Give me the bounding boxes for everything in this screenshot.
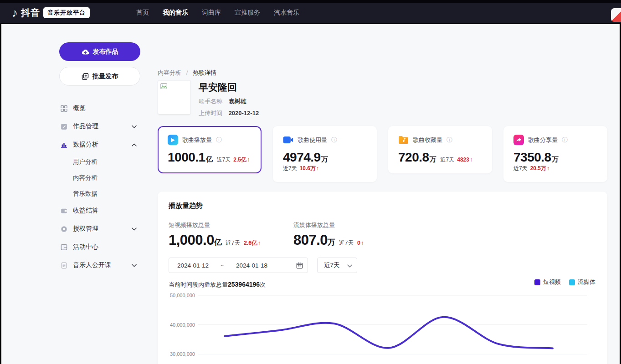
- info-icon[interactable]: ⓘ: [331, 137, 337, 143]
- sidebar-item-license[interactable]: 授权管理: [59, 220, 142, 238]
- legend-item-short-video[interactable]: 短视频: [534, 278, 561, 286]
- y-axis-tick: 30,000,000: [170, 351, 195, 357]
- activity-flag-icon: [60, 243, 68, 251]
- upload-date: 2020-12-12: [229, 110, 259, 116]
- sidebar-item-analytics[interactable]: 数据分析: [59, 136, 142, 154]
- legend-label: 短视频: [543, 278, 561, 286]
- batch-publish-button[interactable]: 批量发布: [59, 67, 140, 86]
- date-range-picker[interactable]: 2024-01-12 ~ 2024-01-18: [169, 258, 308, 273]
- sidebar-subitem-content-analysis[interactable]: 内容分析: [59, 170, 142, 186]
- cloud-upload-icon: [82, 49, 89, 55]
- total-value: 253964196: [228, 281, 260, 288]
- song-meta: 早安隆回 歌手名称 袁树雄 上传时间 2020-12-12: [199, 80, 259, 117]
- broken-image-icon: [160, 83, 167, 91]
- sidebar-item-label: 授权管理: [73, 225, 98, 233]
- sidebar-subitem-user-analysis[interactable]: 用户分析: [59, 154, 142, 170]
- sidebar-item-course[interactable]: 音乐人公开课: [59, 256, 142, 274]
- sidebar-item-activity[interactable]: 活动中心: [59, 238, 142, 256]
- sidebar-menu: 概览 作品管理: [59, 99, 142, 274]
- legend-swatch-short-video: [534, 279, 540, 285]
- stat-unit: 万: [321, 155, 328, 163]
- share-icon: [513, 135, 524, 145]
- date-end[interactable]: 2024-01-18: [236, 262, 267, 269]
- chevron-down-icon: [132, 264, 137, 267]
- nav-item-promotion[interactable]: 宣推服务: [235, 9, 260, 17]
- stat-cards: 歌曲播放量 ⓘ 1000.1亿 近7天2.5亿 歌曲使用量: [158, 126, 607, 182]
- total-suffix: 次: [260, 281, 266, 288]
- notification-icon[interactable]: [611, 8, 621, 22]
- breadcrumb-section[interactable]: 内容分析: [158, 69, 181, 76]
- stat-period: 近7天: [513, 165, 528, 172]
- nav-items: 首页 我的音乐 词曲库 宣推服务 汽水音乐: [136, 9, 299, 17]
- y-axis-tick: 40,000,000: [170, 322, 195, 328]
- chevron-down-icon: [132, 125, 137, 128]
- logo[interactable]: ♪ 抖音 音乐开放平台: [12, 7, 90, 19]
- sidebar-item-works[interactable]: 作品管理: [59, 117, 142, 136]
- sidebar-item-revenue[interactable]: 收益结算: [59, 202, 142, 220]
- batch-publish-icon: [82, 73, 89, 80]
- sidebar-item-overview[interactable]: 概览: [59, 99, 142, 117]
- nav-item-home[interactable]: 首页: [136, 9, 149, 17]
- video-camera-icon: [283, 135, 293, 145]
- metric-unit: 万: [328, 238, 335, 247]
- date-start[interactable]: 2024-01-12: [177, 262, 209, 269]
- stat-card-favorites[interactable]: 歌曲收藏量 ⓘ 720.8万 近7天4823: [388, 126, 492, 173]
- artist-name: 袁树雄: [229, 98, 246, 105]
- song-upload-row: 上传时间 2020-12-12: [199, 109, 259, 117]
- chart-line-short-video: [225, 317, 553, 349]
- play-icon: [168, 135, 178, 145]
- trend-metrics: 短视频播放总量 1,000.0亿 近7天 2.6亿 流媒体播放总量 807.0万…: [169, 221, 596, 248]
- sidebar-subitem-label: 内容分析: [73, 174, 98, 182]
- nav-item-song-library[interactable]: 词曲库: [202, 9, 221, 17]
- stat-card-usage[interactable]: 歌曲使用量 ⓘ 4974.9万 近7天10.6万: [273, 126, 377, 182]
- y-axis-tick: 50,000,000: [170, 293, 195, 298]
- sidebar: 发布作品 批量发布: [59, 42, 142, 274]
- info-icon[interactable]: ⓘ: [562, 137, 568, 143]
- stat-card-shares[interactable]: 歌曲分享量 ⓘ 7350.8万 近7天20.5万: [503, 126, 607, 182]
- metric-delta: 0: [357, 240, 364, 246]
- stat-unit: 亿: [206, 155, 213, 163]
- stat-value: 7350.8: [513, 150, 551, 164]
- chart-legend: 短视频 流媒体: [534, 278, 595, 286]
- metric-label: 流媒体播放总量: [293, 221, 418, 229]
- stat-value: 720.8: [398, 150, 429, 164]
- artist-label: 歌手名称: [199, 98, 222, 105]
- total-prefix: 当前时间段内播放总量: [169, 281, 228, 288]
- y-axis-labels: 50,000,00040,000,00030,000,00020,000,000: [169, 290, 195, 364]
- album-art: [158, 80, 191, 115]
- trend-card: 播放量趋势 短视频播放总量 1,000.0亿 近7天 2.6亿 流媒体播放总量 …: [158, 192, 607, 364]
- app-frame: ♪ 抖音 音乐开放平台 首页 我的音乐 词曲库 宣推服务 汽水音乐 发布作品: [0, 0, 621, 364]
- wallet-icon: [60, 207, 68, 215]
- song-title: 早安隆回: [199, 81, 259, 94]
- stat-delta: 20.5万: [530, 165, 546, 172]
- logo-text: 抖音: [21, 7, 40, 19]
- info-icon[interactable]: ⓘ: [447, 137, 452, 143]
- upload-label: 上传时间: [199, 110, 222, 116]
- calendar-icon[interactable]: [296, 262, 303, 269]
- folder-music-icon: [398, 135, 409, 145]
- sidebar-item-label: 作品管理: [73, 122, 98, 131]
- metric-delta: 2.6亿: [244, 239, 261, 247]
- range-select[interactable]: 近7天: [317, 258, 357, 273]
- stat-delta: 4823: [457, 157, 469, 163]
- page-content: 发布作品 批量发布: [1, 24, 620, 364]
- sidebar-item-label: 活动中心: [73, 243, 98, 251]
- stat-unit: 万: [552, 155, 559, 163]
- stat-card-label: 歌曲收藏量: [413, 136, 442, 144]
- batch-publish-label: 批量发布: [92, 72, 118, 81]
- publish-button[interactable]: 发布作品: [59, 42, 140, 61]
- arrow-up-icon: [257, 240, 261, 246]
- stat-period: 近7天: [441, 156, 455, 164]
- metric-short-video: 短视频播放总量 1,000.0亿 近7天 2.6亿: [169, 221, 293, 248]
- chevron-down-icon: [347, 262, 352, 269]
- total-playback-line: 当前时间段内播放总量253964196次: [169, 281, 596, 289]
- stat-card-plays[interactable]: 歌曲播放量 ⓘ 1000.1亿 近7天2.5亿: [158, 126, 262, 173]
- sidebar-subitem-music-data[interactable]: 音乐数据: [59, 186, 142, 202]
- info-icon[interactable]: ⓘ: [216, 137, 222, 143]
- legend-item-streaming[interactable]: 流媒体: [569, 278, 595, 286]
- nav-item-soda-music[interactable]: 汽水音乐: [274, 9, 299, 17]
- metric-unit: 亿: [214, 238, 222, 247]
- copyright-circle-icon: [60, 225, 68, 233]
- nav-item-my-music[interactable]: 我的音乐: [163, 9, 188, 17]
- logo-badge: 音乐开放平台: [43, 7, 90, 18]
